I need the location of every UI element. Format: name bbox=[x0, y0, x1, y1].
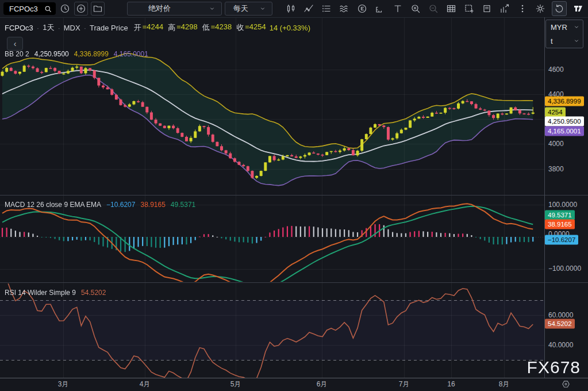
macd-legend: MACD 12 26 close 9 EMA EMA −10.6207 38.9… bbox=[5, 201, 195, 209]
text-tool-icon[interactable] bbox=[391, 2, 404, 15]
time-axis-label: 7月 bbox=[399, 378, 410, 390]
compare-layers-icon[interactable] bbox=[320, 2, 333, 15]
header-exchange[interactable]: MDX bbox=[64, 24, 80, 32]
price-price-badge: 4,250.9500 bbox=[545, 117, 584, 126]
price-axis-divider bbox=[544, 17, 545, 378]
indicators-icon[interactable] bbox=[302, 2, 315, 15]
rsi-axis-label: 60.0000 bbox=[548, 311, 573, 319]
economic-calendar-icon[interactable] bbox=[356, 2, 368, 15]
time-axis-label: 4月 bbox=[140, 378, 151, 390]
top-toolbar: FCPOc3 绝对价 每天 bbox=[0, 0, 588, 17]
macd-axis-label: −100.0000 bbox=[548, 264, 581, 273]
reset-chart-icon[interactable] bbox=[552, 1, 567, 16]
ohlc-label: 低 bbox=[202, 22, 210, 33]
ohlc-value: =4298 bbox=[176, 22, 198, 33]
price-price-badge: 4,165.0001 bbox=[545, 126, 584, 136]
more-options-icon[interactable] bbox=[516, 2, 529, 15]
bb-lower-value: 4,165.0001 bbox=[114, 50, 148, 58]
fx678-watermark: FX678 bbox=[527, 358, 581, 377]
macd-price-badge: 49.5371 bbox=[545, 210, 575, 220]
rsi-legend: RSI 14 Wilder Simple 9 54.5202 bbox=[5, 289, 106, 297]
rsi-value: 54.5202 bbox=[81, 289, 106, 297]
bar-chart-up-icon[interactable] bbox=[498, 2, 511, 15]
chevron-down-icon bbox=[573, 37, 580, 44]
ohlc-label: 收 bbox=[236, 22, 244, 33]
macd-price-badge: −10.6207 bbox=[545, 235, 578, 245]
tradingview-logo-icon[interactable] bbox=[572, 2, 585, 15]
bb-legend-title[interactable]: BB 20 2 bbox=[5, 50, 29, 58]
price-axis-label: 3800 bbox=[548, 165, 564, 173]
toolbar-divider bbox=[0, 17, 588, 18]
chevron-down-icon bbox=[573, 24, 580, 30]
ohlc-value: =4238 bbox=[211, 22, 232, 33]
price-scale-settings-box: MYR t bbox=[545, 20, 583, 48]
macd-axis-label: 100.0000 bbox=[548, 201, 577, 209]
settings-icon[interactable] bbox=[534, 2, 547, 15]
price-axis-label: 4000 bbox=[548, 140, 564, 148]
price-price-badge: 4,336.8999 bbox=[545, 97, 584, 106]
add-circle-icon[interactable] bbox=[74, 2, 88, 16]
toolbar-icon-row bbox=[285, 1, 585, 16]
chart-header: FCPOc3 · 1天 · MDX · Trade Price 开=4244高=… bbox=[5, 22, 310, 33]
price-type-value: 绝对价 bbox=[148, 3, 171, 14]
currency-dropdown[interactable]: MYR bbox=[546, 20, 583, 34]
manage-layouts-icon[interactable] bbox=[481, 2, 493, 15]
open-folder-icon[interactable] bbox=[91, 2, 105, 16]
rsi-axis-label: 40.0000 bbox=[548, 341, 573, 349]
time-axis-label: 3月 bbox=[58, 378, 69, 390]
ohlc-label: 高 bbox=[168, 22, 175, 33]
chart-canvas[interactable] bbox=[0, 17, 544, 378]
header-series: Trade Price bbox=[90, 24, 128, 32]
session-hexagon-icon[interactable] bbox=[561, 379, 571, 389]
rsi-legend-title[interactable]: RSI 14 Wilder Simple 9 bbox=[5, 289, 76, 297]
new-layout-icon[interactable] bbox=[463, 2, 475, 15]
pane-divider-macd[interactable] bbox=[0, 195, 588, 195]
price-price-badge: 4254 bbox=[545, 108, 566, 117]
time-axis[interactable]: 3月4月5月6月7月168月 bbox=[0, 378, 588, 391]
header-ohlc: 开=4244高=4298低=4238收=4254 bbox=[134, 22, 266, 33]
symbol-name: FCPOc3 bbox=[9, 5, 38, 13]
rsi-price-badge: 54.5202 bbox=[545, 319, 575, 329]
bb-legend: BB 20 2 4,250.9500 4,336.8999 4,165.0001 bbox=[5, 50, 148, 58]
search-icon bbox=[44, 5, 52, 13]
grid-table-icon[interactable] bbox=[445, 2, 458, 15]
ohlc-value: =4244 bbox=[143, 22, 164, 33]
chevron-down-icon bbox=[259, 5, 266, 12]
zoom-in-icon[interactable] bbox=[409, 2, 422, 15]
time-axis-label: 5月 bbox=[230, 378, 241, 390]
price-axis[interactable]: MYR t 46004400400038004,336.899942544,25… bbox=[544, 17, 588, 378]
pane-divider-rsi[interactable] bbox=[0, 282, 588, 283]
header-change: 14 (+0.33%) bbox=[270, 24, 310, 32]
measure-icon[interactable] bbox=[374, 2, 386, 15]
time-axis-label: 8月 bbox=[499, 378, 510, 390]
macd-line-value: 38.9165 bbox=[140, 201, 165, 209]
symbol-search-box[interactable]: FCPOc3 bbox=[3, 2, 56, 15]
time-axis-label: 6月 bbox=[317, 378, 328, 390]
bb-basis-value: 4,250.9500 bbox=[34, 50, 69, 58]
interval-value: 每天 bbox=[233, 3, 248, 14]
time-axis-divider bbox=[0, 378, 588, 378]
waves-icon[interactable] bbox=[338, 2, 351, 15]
bb-upper-value: 4,336.8999 bbox=[74, 50, 109, 58]
chevron-down-icon bbox=[209, 5, 216, 12]
macd-legend-title[interactable]: MACD 12 26 close 9 EMA EMA bbox=[5, 201, 101, 209]
history-clock-icon[interactable] bbox=[59, 2, 71, 15]
macd-hist-value: −10.6207 bbox=[106, 201, 135, 209]
price-type-dropdown[interactable]: 绝对价 bbox=[127, 2, 222, 16]
unit-value: t bbox=[551, 37, 553, 45]
tradingview-chart-app: FCPOc3 绝对价 每天 FCPOc3 · 1天 · MDX · Trade … bbox=[0, 0, 588, 391]
header-interval[interactable]: 1天 bbox=[43, 22, 54, 33]
ohlc-label: 开 bbox=[134, 22, 141, 33]
collapse-left-panel-button[interactable]: ‹ bbox=[7, 37, 23, 51]
time-axis-label: 16 bbox=[447, 378, 455, 390]
price-axis-label: 4600 bbox=[548, 66, 564, 74]
currency-value: MYR bbox=[551, 23, 567, 32]
header-symbol[interactable]: FCPOc3 bbox=[5, 24, 33, 32]
ohlc-value: =4254 bbox=[245, 22, 266, 33]
unit-dropdown[interactable]: t bbox=[546, 34, 583, 48]
candlestick-chart-icon[interactable] bbox=[285, 2, 297, 15]
interval-dropdown[interactable]: 每天 bbox=[225, 2, 272, 16]
zoom-out-icon[interactable] bbox=[427, 2, 440, 15]
macd-signal-value: 49.5371 bbox=[171, 201, 195, 209]
macd-price-badge: 38.9165 bbox=[545, 220, 575, 229]
